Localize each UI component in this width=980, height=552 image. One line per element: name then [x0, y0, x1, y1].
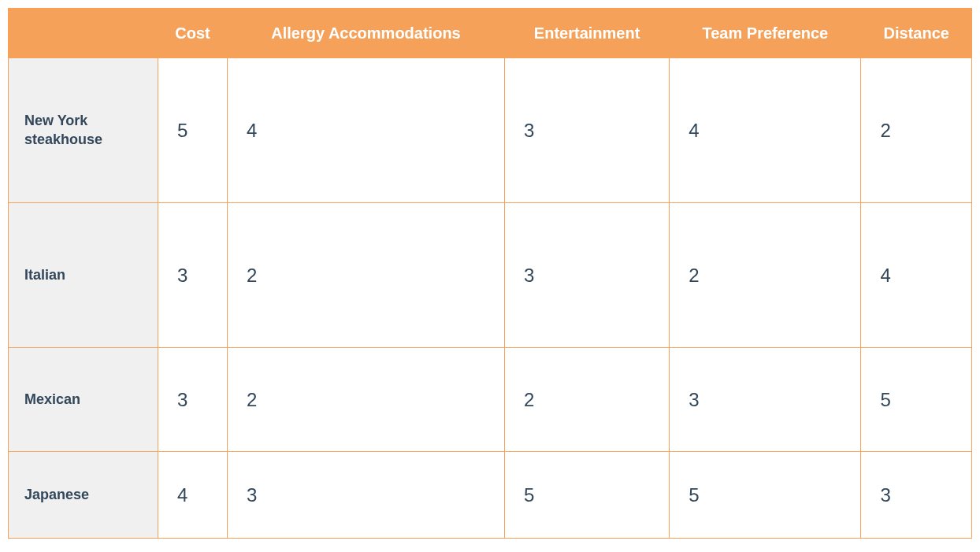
column-header-team-preference: Team Preference — [670, 9, 861, 58]
table-header-row: Cost Allergy Accommodations Entertainmen… — [9, 9, 972, 58]
cell-value: 4 — [228, 58, 505, 203]
cell-value: 4 — [158, 452, 228, 539]
row-header-japanese: Japanese — [9, 452, 158, 539]
table-row: Japanese 4 3 5 5 3 — [9, 452, 972, 539]
cell-value: 4 — [670, 58, 861, 203]
cell-value: 2 — [670, 203, 861, 348]
cell-value: 3 — [670, 348, 861, 452]
row-header-mexican: Mexican — [9, 348, 158, 452]
cell-value: 3 — [861, 452, 972, 539]
decision-matrix-table: Cost Allergy Accommodations Entertainmen… — [8, 8, 972, 539]
table-row: Italian 3 2 3 2 4 — [9, 203, 972, 348]
column-header-entertainment: Entertainment — [504, 9, 669, 58]
cell-value: 3 — [158, 203, 228, 348]
cell-value: 5 — [670, 452, 861, 539]
cell-value: 3 — [228, 452, 505, 539]
cell-value: 4 — [861, 203, 972, 348]
cell-value: 2 — [861, 58, 972, 203]
cell-value: 3 — [504, 203, 669, 348]
cell-value: 3 — [504, 58, 669, 203]
cell-value: 3 — [158, 348, 228, 452]
table-row: New York steakhouse 5 4 3 4 2 — [9, 58, 972, 203]
header-corner-cell — [9, 9, 158, 58]
cell-value: 2 — [228, 348, 505, 452]
cell-value: 5 — [861, 348, 972, 452]
cell-value: 2 — [504, 348, 669, 452]
table-row: Mexican 3 2 2 3 5 — [9, 348, 972, 452]
row-header-italian: Italian — [9, 203, 158, 348]
cell-value: 5 — [158, 58, 228, 203]
column-header-cost: Cost — [158, 9, 228, 58]
cell-value: 2 — [228, 203, 505, 348]
row-header-new-york-steakhouse: New York steakhouse — [9, 58, 158, 203]
cell-value: 5 — [504, 452, 669, 539]
column-header-distance: Distance — [861, 9, 972, 58]
column-header-allergy: Allergy Accommodations — [228, 9, 505, 58]
